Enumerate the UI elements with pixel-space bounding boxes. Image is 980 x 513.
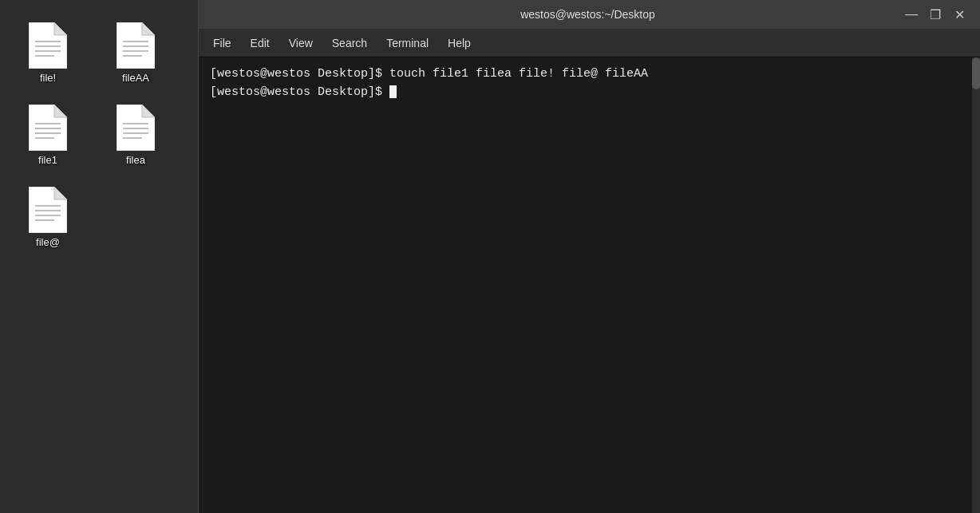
icon-label: file! — [40, 72, 56, 84]
icon-label: fileAA — [122, 72, 149, 84]
desktop: file! fileAA file1 — [0, 0, 198, 513]
scrollbar-thumb[interactable] — [972, 57, 980, 89]
svg-marker-7 — [142, 22, 155, 35]
desktop-icon-fileAA[interactable]: fileAA — [96, 16, 176, 90]
svg-marker-25 — [54, 187, 67, 199]
menu-file[interactable]: File — [205, 34, 239, 53]
desktop-icon-filea[interactable]: filea — [96, 98, 176, 172]
terminal-menubar: File Edit View Search Terminal Help — [199, 29, 980, 57]
terminal-cursor — [389, 85, 397, 98]
menu-search[interactable]: Search — [324, 34, 375, 53]
file-icon — [29, 105, 67, 151]
file-icon — [29, 22, 67, 69]
file-icon — [117, 105, 155, 151]
terminal-line-2: [westos@westos Desktop]$ — [210, 84, 969, 102]
menu-view[interactable]: View — [281, 34, 321, 53]
file-icon — [29, 187, 67, 233]
close-button[interactable]: ✕ — [948, 3, 970, 26]
menu-edit[interactable]: Edit — [243, 34, 278, 53]
terminal-line-1: [westos@westos Desktop]$ touch file1 fil… — [210, 65, 969, 84]
desktop-icon-file-exclaim[interactable]: file! — [8, 16, 88, 90]
terminal-title: westos@westos:~/Desktop — [275, 8, 900, 21]
scrollbar-track[interactable] — [972, 57, 980, 513]
icon-label: file@ — [36, 236, 60, 248]
terminal-window: westos@westos:~/Desktop — ❐ ✕ File Edit … — [198, 0, 980, 513]
svg-marker-19 — [142, 105, 155, 117]
terminal-titlebar: westos@westos:~/Desktop — ❐ ✕ — [199, 0, 980, 29]
svg-marker-1 — [54, 22, 67, 35]
titlebar-controls: — ❐ ✕ — [900, 3, 970, 26]
icon-label: file1 — [38, 154, 57, 166]
icon-label: filea — [126, 154, 145, 166]
file-icon — [117, 22, 155, 69]
desktop-icon-file-at[interactable]: file@ — [8, 180, 88, 255]
svg-marker-13 — [54, 105, 67, 117]
menu-help[interactable]: Help — [440, 34, 479, 53]
minimize-button[interactable]: — — [900, 3, 923, 26]
desktop-icon-file1[interactable]: file1 — [8, 98, 88, 172]
maximize-button[interactable]: ❐ — [924, 3, 946, 26]
terminal-body[interactable]: [westos@westos Desktop]$ touch file1 fil… — [199, 57, 980, 513]
menu-terminal[interactable]: Terminal — [378, 34, 437, 53]
